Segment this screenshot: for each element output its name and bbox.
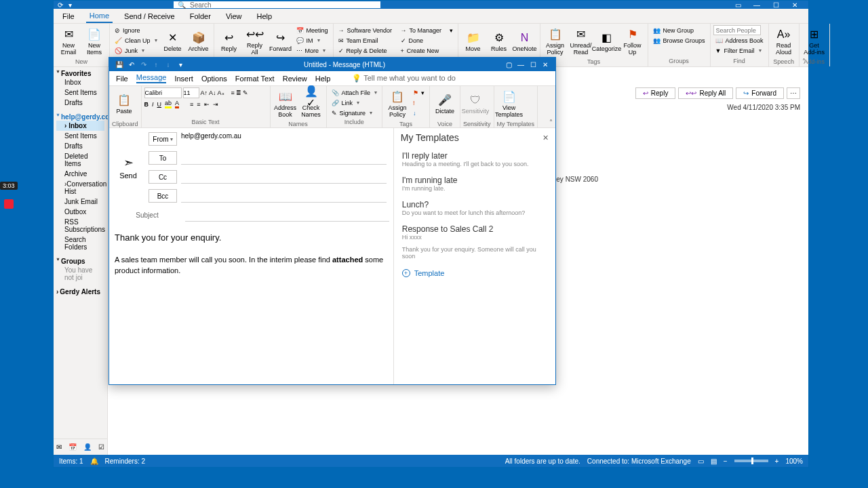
rules-button[interactable]: ⚙Rules (487, 25, 511, 58)
compose-collapse-ribbon-icon[interactable]: ˄ (549, 119, 553, 126)
get-addins-button[interactable]: ⊞Get Add-ins (802, 25, 827, 58)
ctab-file[interactable]: File (116, 75, 128, 83)
zoom-in-icon[interactable]: + (775, 458, 779, 465)
more-respond-button[interactable]: ⋯More (294, 45, 330, 56)
signature-button[interactable]: ✎Signature (330, 108, 380, 118)
view-templates-button[interactable]: 📄View Templates (497, 87, 521, 120)
fav-sent[interactable]: Sent Items (56, 87, 104, 98)
archive-button[interactable]: 📦Archive (186, 25, 211, 58)
message-body[interactable]: Thank you for your enquiry. A sales team… (109, 223, 393, 384)
check-names-button[interactable]: 👤✓Check Names (299, 87, 323, 120)
compose-minimize-icon[interactable]: — (515, 61, 527, 68)
to-button[interactable]: To (149, 151, 177, 165)
nav-convo[interactable]: ›Conversation Hist (56, 179, 104, 197)
popout-icon[interactable]: ▢ (502, 61, 515, 68)
nav-rss[interactable]: RSS Subscriptions (56, 217, 104, 235)
redo-icon[interactable]: ↷ (138, 61, 150, 68)
read-aloud-button[interactable]: A»Read Aloud (772, 25, 796, 58)
qs-reply-delete[interactable]: ✓Reply & Delete (336, 45, 397, 56)
reading-forward-button[interactable]: ↪Forward (736, 87, 784, 99)
shrink-font-icon[interactable]: A↓ (209, 89, 216, 96)
paste-button[interactable]: 📋Paste (112, 87, 136, 120)
tell-me[interactable]: 💡 Tell me what you want to do (352, 74, 456, 83)
search-people-input[interactable] (713, 25, 761, 35)
ctab-message[interactable]: Message (136, 73, 167, 83)
categorize-button[interactable]: ◧Categorize (595, 25, 619, 58)
ctab-options[interactable]: Options (201, 75, 227, 83)
align-center-icon[interactable]: ≡ (197, 101, 200, 108)
tab-home[interactable]: Home (86, 9, 113, 23)
bullets-icon[interactable]: ≡ (231, 89, 235, 96)
send-button[interactable]: Send (119, 171, 137, 180)
assign-policy-button[interactable]: 📋Assign Policy (543, 25, 568, 58)
bcc-field[interactable] (181, 189, 387, 203)
up-icon[interactable]: ↑ (150, 61, 162, 68)
qs-done[interactable]: ✓Done (399, 35, 446, 45)
tab-folder[interactable]: Folder (186, 10, 214, 22)
customize-qat-icon[interactable]: ▾ (174, 61, 186, 68)
qs-create-new[interactable]: +Create New (399, 45, 446, 56)
move-button[interactable]: 📁Move (461, 25, 486, 58)
compose-titlebar[interactable]: 💾 ↶ ↷ ↑ ↓ ▾ Untitled - Message (HTML) ▢ … (109, 58, 555, 71)
importance-low-button[interactable]: ↓ (411, 108, 427, 118)
reading-reply-all-button[interactable]: ↩↩Reply All (678, 87, 733, 99)
template-item[interactable]: Lunch? Do you want to meet for lunch thi… (394, 196, 555, 220)
bcc-button[interactable]: Bcc (149, 189, 177, 203)
format-painter-icon[interactable]: ✎ (243, 89, 248, 96)
status-reminders[interactable]: Reminders: 2 (105, 458, 145, 465)
down-icon[interactable]: ↓ (162, 61, 174, 68)
new-group-button[interactable]: 👥New Group (651, 25, 707, 35)
align-left-icon[interactable]: ≡ (190, 101, 193, 108)
junk-button[interactable]: 🚫Junk (113, 45, 159, 56)
nav-deleted[interactable]: Deleted Items (56, 151, 104, 169)
qs-software-vendor[interactable]: →Software Vendor (336, 25, 397, 35)
close-icon[interactable]: ✕ (785, 1, 804, 9)
bold-button[interactable]: B (144, 101, 149, 108)
new-email-button[interactable]: ✉New Email (56, 25, 81, 58)
save-icon[interactable]: 💾 (113, 61, 125, 68)
templates-close-icon[interactable]: ✕ (542, 134, 549, 142)
highlight-icon[interactable]: ab (165, 100, 172, 108)
font-color-icon[interactable]: A (175, 100, 179, 108)
ctab-format[interactable]: Format Text (235, 75, 275, 83)
font-size[interactable] (183, 87, 199, 98)
clear-format-icon[interactable]: Aₓ (218, 89, 224, 96)
view-normal-icon[interactable]: ▭ (698, 458, 704, 465)
flag-button[interactable]: ⚑▾ (411, 87, 427, 98)
to-field[interactable] (181, 151, 387, 165)
attach-file-button[interactable]: 📎Attach File (330, 87, 380, 98)
tasks-view-icon[interactable]: ☑ (98, 443, 104, 451)
nav-archive[interactable]: Archive (56, 169, 104, 179)
compose-maximize-icon[interactable]: ☐ (527, 61, 539, 68)
qs-to-manager[interactable]: →To Manager (399, 25, 446, 35)
reading-more-button[interactable]: ⋯ (787, 87, 800, 99)
outdent-icon[interactable]: ⇤ (204, 101, 210, 108)
template-item[interactable]: Response to Sales Call 2 Hi xxxx (394, 220, 555, 245)
assign-policy-button-compose[interactable]: 📋Assign Policy (385, 87, 410, 120)
zoom-slider[interactable] (734, 460, 768, 462)
address-book-button[interactable]: 📖Address Book (713, 35, 766, 45)
nav-search-folders[interactable]: Search Folders (56, 235, 104, 252)
minimize-icon[interactable]: — (747, 1, 766, 9)
importance-high-button[interactable]: ! (411, 98, 427, 108)
address-book-button[interactable]: 📖Address Book (273, 87, 298, 120)
reply-button[interactable]: ↩Reply (217, 25, 241, 58)
template-item[interactable]: I'll reply later Heading to a meeting. I… (394, 147, 555, 171)
view-reading-icon[interactable]: ▤ (711, 458, 717, 465)
ctab-review[interactable]: Review (283, 75, 307, 83)
new-items-button[interactable]: 📄New Items (82, 25, 106, 58)
meeting-button[interactable]: 📅Meeting (294, 25, 330, 35)
ctab-help[interactable]: Help (315, 75, 331, 83)
followup-button[interactable]: ⚑Follow Up (620, 25, 645, 58)
undo-icon[interactable]: ↶ (125, 61, 138, 68)
cc-field[interactable] (181, 170, 387, 184)
qs-expand[interactable]: ▾ (448, 25, 455, 35)
reply-all-button[interactable]: ↩↩Reply All (243, 25, 267, 58)
unread-read-button[interactable]: ✉Unread/ Read (569, 25, 593, 58)
people-view-icon[interactable]: 👤 (83, 443, 92, 451)
filter-email-button[interactable]: ▼Filter Email (713, 45, 766, 56)
gerdy-alerts-header[interactable]: ›Gerdy Alerts (56, 288, 104, 296)
tab-send-receive[interactable]: Send / Receive (121, 10, 178, 22)
browse-groups-button[interactable]: 👥Browse Groups (651, 35, 707, 45)
nav-outbox[interactable]: Outbox (56, 207, 104, 217)
